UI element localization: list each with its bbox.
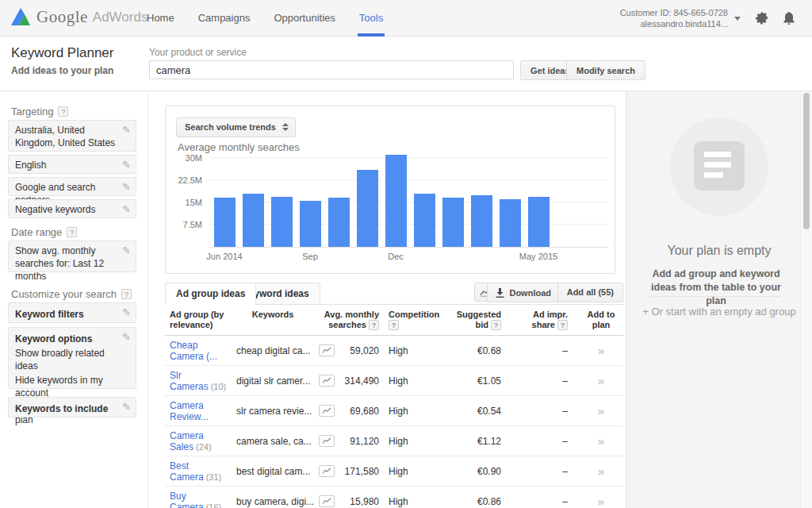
date-range-section-label: Date range ?	[11, 226, 77, 238]
edit-icon[interactable]: ✎	[122, 124, 131, 137]
ad-group-count: (31)	[206, 472, 222, 482]
add-all-button[interactable]: Add all (55)	[557, 283, 623, 302]
main-nav: Home Campaigns Opportunities Tools	[135, 0, 395, 37]
ad-group-link[interactable]: Slr Cameras	[170, 370, 209, 392]
col-competition[interactable]: Competition ?	[384, 305, 444, 335]
chart-bar	[243, 194, 264, 247]
keywords-cell: digital slr camer...	[232, 375, 314, 387]
nav-campaigns[interactable]: Campaigns	[186, 0, 262, 37]
ad-group-link[interactable]: Camera Review...	[170, 400, 209, 422]
chart-bar	[414, 194, 435, 247]
y-axis-tick: 22.5M	[178, 175, 202, 185]
keyword-options-card[interactable]: Keyword options Show broadly related ide…	[8, 327, 136, 389]
edit-icon[interactable]: ✎	[122, 306, 131, 319]
suggested-bid-help-icon[interactable]: ?	[491, 320, 501, 330]
scrollbar-thumb[interactable]	[803, 93, 810, 229]
edit-icon[interactable]: ✎	[122, 159, 131, 171]
suggested-bid-cell: €1.05	[444, 375, 519, 387]
competition-cell: High	[384, 375, 444, 387]
bell-icon[interactable]	[776, 11, 802, 25]
negative-keywords-card[interactable]: Negative keywords ✎	[8, 199, 136, 218]
table-row: Slr Cameras(10) digital slr camer... 314…	[165, 366, 623, 396]
edit-icon[interactable]: ✎	[122, 401, 131, 414]
customize-help-icon[interactable]: ?	[121, 289, 132, 299]
ad-group-link[interactable]: Cheap Camera (...	[170, 340, 217, 362]
col-avg-searches[interactable]: Avg. monthly searches ?	[314, 305, 384, 335]
targeting-section-label: Targeting ?	[11, 106, 68, 117]
date-range-help-icon[interactable]: ?	[67, 227, 77, 237]
edit-icon[interactable]: ✎	[122, 244, 131, 257]
search-volume-trends-dropdown[interactable]: Search volume trends	[176, 117, 296, 137]
ad-impr-share-help-icon[interactable]: ?	[557, 320, 568, 330]
targeting-network-card[interactable]: Google and search partners ✎	[8, 177, 136, 196]
add-to-plan-button[interactable]: »	[598, 404, 604, 418]
tab-ad-group-ideas[interactable]: Ad group ideas	[165, 283, 256, 305]
adwords-triangle-icon	[11, 8, 30, 26]
add-to-plan-button[interactable]: »	[598, 374, 604, 387]
gear-icon[interactable]	[749, 11, 776, 25]
targeting-language-card[interactable]: English ✎	[8, 155, 136, 174]
page-title: Keyword Planner	[11, 45, 113, 61]
search-input[interactable]	[149, 60, 514, 79]
competition-help-icon[interactable]: ?	[389, 320, 399, 330]
add-to-plan-button[interactable]: »	[598, 464, 604, 478]
topbar-right: Customer ID: 845-665-0728 alessandro.bin…	[620, 0, 802, 37]
ad-group-link[interactable]: Best Camera	[170, 460, 204, 483]
main-content: Search volume trends Average monthly sea…	[147, 91, 626, 508]
download-icon	[496, 288, 504, 298]
modify-search-button[interactable]: Modify search	[566, 60, 645, 80]
keyword-filters-title: Keyword filters	[15, 308, 118, 321]
x-axis-label: Sep	[302, 252, 318, 261]
trend-icon[interactable]	[319, 375, 335, 387]
col-ad-group[interactable]: Ad group (by relevance)	[165, 305, 232, 335]
chart-bar	[300, 201, 321, 247]
nav-opportunities[interactable]: Opportunities	[262, 0, 347, 37]
col-add-to-plan-label: Add to plan	[588, 310, 615, 329]
trend-icon[interactable]	[319, 344, 335, 356]
col-suggested-bid[interactable]: Suggested bid ?	[444, 305, 519, 335]
chevron-down-icon[interactable]	[734, 17, 741, 21]
download-button[interactable]: Download	[487, 283, 560, 302]
gridline	[209, 157, 608, 158]
suggested-bid-cell: €0.86	[444, 496, 519, 507]
nav-tools[interactable]: Tools	[347, 0, 395, 37]
targeting-help-icon[interactable]: ?	[58, 106, 68, 117]
keywords-to-include-card[interactable]: Keywords to include ✎	[8, 397, 136, 418]
ad-group-link[interactable]: Buy Camera	[170, 491, 204, 508]
locations-value: Australia, United Kingdom, United States	[15, 124, 118, 149]
edit-icon[interactable]: ✎	[122, 181, 131, 194]
keyword-filters-card[interactable]: Keyword filters ✎	[8, 302, 136, 323]
add-to-plan-button[interactable]: »	[598, 495, 604, 508]
date-range-card[interactable]: Show avg. monthly searches for: Last 12 …	[8, 241, 136, 272]
col-ad-impr-share[interactable]: Ad impr. share ?	[519, 305, 579, 335]
avg-searches-value: 15,980	[350, 496, 379, 507]
add-to-plan-button[interactable]: »	[598, 344, 604, 357]
scrollbar-track[interactable]	[800, 91, 812, 508]
nav-home[interactable]: Home	[135, 0, 186, 37]
edit-icon[interactable]: ✎	[122, 203, 131, 216]
account-menu[interactable]: Customer ID: 845-665-0728 alessandro.bin…	[620, 7, 728, 29]
table-row: Best Camera(31) best digital cam... 171,…	[165, 456, 623, 487]
trend-icon[interactable]	[319, 495, 335, 507]
y-axis-tick: 30M	[186, 153, 202, 163]
avg-searches-value: 314,490	[345, 375, 379, 387]
trend-icon[interactable]	[319, 465, 335, 477]
topbar: Google AdWords Home Campaigns Opportunit…	[0, 0, 812, 37]
keywords-cell: slr camera revie...	[232, 406, 314, 417]
edit-icon[interactable]: ✎	[122, 331, 131, 344]
x-axis-label: Dec	[388, 252, 404, 261]
col-keywords[interactable]: Keywords	[232, 305, 314, 335]
col-keywords-label: Keywords	[252, 310, 294, 319]
ad-group-count: (10)	[211, 382, 227, 391]
start-empty-ad-group-link[interactable]: + Or start with an empty ad group	[626, 306, 812, 318]
suggested-bid-cell: €1.12	[444, 436, 519, 447]
targeting-locations-card[interactable]: Australia, United Kingdom, United States…	[8, 120, 136, 152]
trend-icon[interactable]	[319, 435, 335, 447]
trend-icon[interactable]	[319, 405, 335, 417]
add-to-plan-button[interactable]: »	[598, 434, 604, 448]
avg-searches-help-icon[interactable]: ?	[369, 320, 379, 330]
ideas-tabs-toolbar: Ad group ideas Keyword ideas Download Ad…	[165, 279, 623, 304]
table-row: Cheap Camera (... cheap digital ca... 59…	[165, 336, 623, 366]
avg-searches-value: 171,580	[345, 466, 379, 477]
keyword-options-item: Hide keywords in my account	[15, 374, 118, 399]
